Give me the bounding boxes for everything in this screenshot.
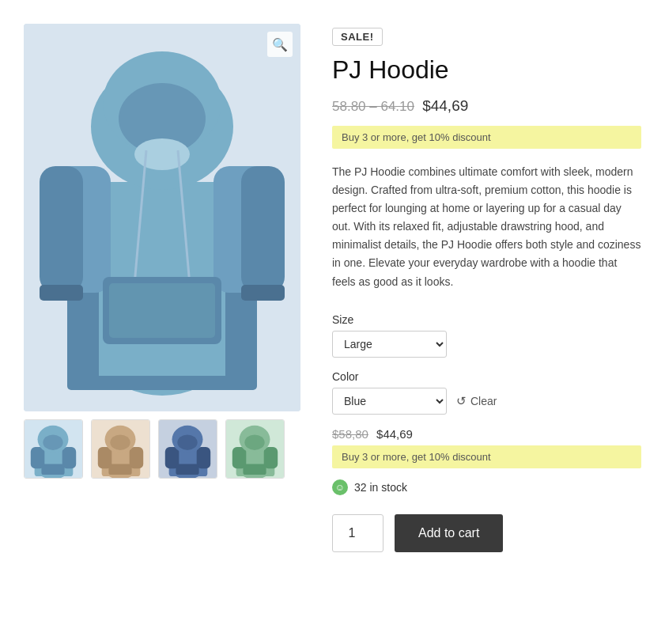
size-field-group: Size Small Medium Large X-Large XX-Large bbox=[332, 313, 641, 358]
thumbnail-blue[interactable] bbox=[24, 419, 83, 479]
svg-point-52 bbox=[244, 434, 264, 449]
svg-rect-21 bbox=[67, 376, 257, 390]
clear-button[interactable]: ↺ Clear bbox=[456, 394, 497, 408]
price-section: 58.80 – 64.10 $44,69 bbox=[332, 97, 641, 115]
selected-price: $58,80 $44,69 bbox=[332, 427, 641, 441]
svg-rect-29 bbox=[41, 464, 64, 475]
color-row: Blue Beige Dark Blue Green ↺ Clear bbox=[332, 388, 641, 415]
price-old-range: 58.80 – 64.10 bbox=[332, 99, 414, 114]
sale-badge: SALE! bbox=[332, 28, 383, 46]
product-images: 🔍 bbox=[24, 24, 300, 479]
product-title: PJ Hoodie bbox=[332, 55, 641, 85]
color-field-group: Color Blue Beige Dark Blue Green ↺ Clear bbox=[332, 370, 641, 415]
zoom-button[interactable]: 🔍 bbox=[267, 32, 293, 57]
color-label: Color bbox=[332, 370, 641, 383]
svg-rect-37 bbox=[108, 464, 131, 475]
clear-label: Clear bbox=[470, 395, 497, 407]
svg-point-8 bbox=[134, 138, 190, 170]
clear-icon: ↺ bbox=[456, 394, 467, 408]
selected-price-new: $44,69 bbox=[376, 427, 413, 441]
svg-rect-20 bbox=[241, 285, 285, 301]
product-description: The PJ Hoodie combines ultimate comfort … bbox=[332, 163, 641, 291]
color-select[interactable]: Blue Beige Dark Blue Green bbox=[332, 388, 447, 415]
svg-rect-45 bbox=[176, 464, 198, 475]
stock-row: ☺ 32 in stock bbox=[332, 479, 641, 495]
product-info: SALE! PJ Hoodie 58.80 – 64.10 $44,69 Buy… bbox=[332, 24, 641, 552]
svg-rect-19 bbox=[40, 285, 83, 301]
svg-rect-18 bbox=[109, 283, 215, 338]
svg-point-28 bbox=[43, 434, 62, 449]
svg-rect-53 bbox=[243, 464, 266, 475]
discount-banner-bottom: Buy 3 or more, get 10% discount bbox=[332, 445, 641, 468]
add-to-cart-button[interactable]: Add to cart bbox=[395, 514, 503, 552]
selected-price-old: $58,80 bbox=[332, 427, 368, 441]
thumbnail-list bbox=[24, 419, 300, 479]
stock-count: 32 in stock bbox=[354, 481, 407, 494]
svg-point-36 bbox=[110, 434, 130, 449]
add-to-cart-row: Add to cart bbox=[332, 514, 641, 552]
thumbnail-beige[interactable] bbox=[91, 419, 150, 479]
main-product-image: 🔍 bbox=[24, 24, 300, 411]
size-select[interactable]: Small Medium Large X-Large XX-Large bbox=[332, 331, 447, 358]
svg-point-44 bbox=[177, 434, 197, 449]
thumbnail-dark-blue[interactable] bbox=[158, 419, 217, 479]
svg-rect-12 bbox=[241, 166, 285, 293]
svg-rect-10 bbox=[40, 166, 83, 293]
thumbnail-green[interactable] bbox=[225, 419, 285, 479]
stock-icon: ☺ bbox=[332, 479, 348, 495]
price-new: $44,69 bbox=[422, 97, 468, 114]
discount-banner-top: Buy 3 or more, get 10% discount bbox=[332, 126, 641, 149]
quantity-input[interactable] bbox=[332, 514, 384, 552]
size-label: Size bbox=[332, 313, 641, 326]
